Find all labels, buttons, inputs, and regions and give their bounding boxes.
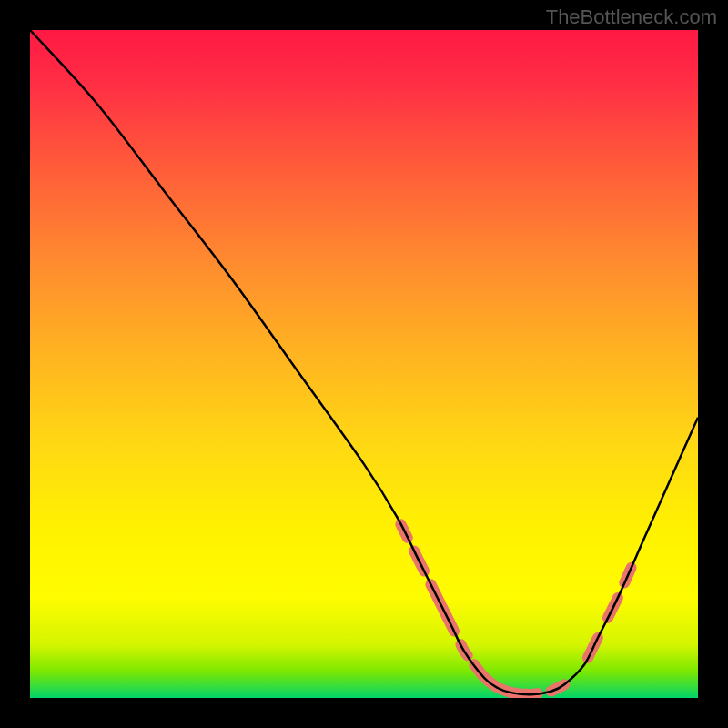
curve-svg <box>30 30 698 698</box>
bottleneck-curve <box>30 30 698 694</box>
highlight-segments <box>400 524 631 694</box>
watermark-text: TheBottleneck.com <box>546 5 717 29</box>
highlight-segment <box>474 664 518 693</box>
chart-area <box>30 30 698 698</box>
